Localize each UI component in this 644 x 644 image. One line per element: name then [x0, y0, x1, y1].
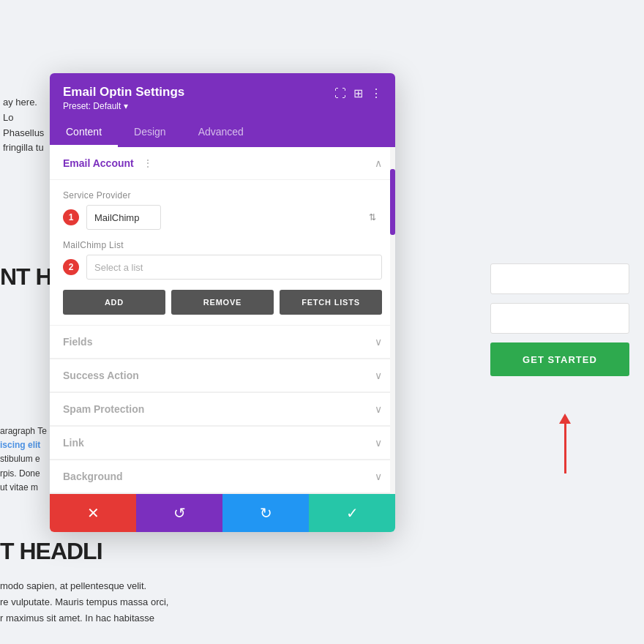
fetch-lists-button[interactable]: FETCH LISTS — [280, 290, 382, 315]
background-section: Background ∨ — [50, 460, 395, 494]
spam-protection-section: Spam Protection ∨ — [50, 393, 395, 427]
email-account-title: Email Account — [63, 157, 134, 169]
columns-icon[interactable]: ⊞ — [353, 86, 363, 100]
close-toolbar-button[interactable]: ✕ — [50, 494, 136, 532]
email-optin-settings-modal: Email Optin Settings Preset: Default ▾ ⛶… — [50, 73, 395, 532]
red-arrow — [559, 413, 571, 473]
modal-header-icons: ⛶ ⊞ ⋮ — [334, 86, 382, 100]
service-provider-select[interactable]: MailChimp AWeber GetResponse — [86, 205, 161, 230]
scrollbar-thumb[interactable] — [390, 169, 395, 235]
modal-tabs: Content Design Advanced — [50, 119, 395, 147]
redo-toolbar-button[interactable]: ↻ — [222, 494, 309, 532]
mailchimp-list-row: 2 — [63, 255, 382, 280]
action-buttons-group: ADD REMOVE FETCH LISTS — [63, 290, 382, 315]
spam-protection-title: Spam Protection — [63, 403, 144, 415]
background-section-header[interactable]: Background ∨ — [50, 460, 395, 493]
service-provider-label: Service Provider — [63, 190, 382, 201]
step-1-badge: 1 — [63, 209, 79, 225]
email-account-menu-icon[interactable]: ⋮ — [143, 157, 153, 169]
service-provider-select-wrapper: MailChimp AWeber GetResponse — [86, 205, 382, 230]
bg-heading-partial-2: T HEADLI — [0, 538, 102, 565]
success-action-section-header[interactable]: Success Action ∨ — [50, 359, 395, 392]
fields-title: Fields — [63, 336, 92, 348]
email-account-chevron-icon: ∧ — [375, 157, 382, 169]
tab-design[interactable]: Design — [118, 119, 182, 147]
spam-protection-chevron-icon: ∨ — [375, 403, 382, 415]
modal-body: Email Account ⋮ ∧ Service Provider 1 Mai… — [50, 147, 395, 494]
bg-input-2 — [490, 303, 629, 334]
save-toolbar-button[interactable]: ✓ — [309, 494, 395, 532]
link-section-header[interactable]: Link ∨ — [50, 427, 395, 460]
modal-header: Email Optin Settings Preset: Default ▾ ⛶… — [50, 73, 395, 119]
scrollbar-track — [390, 147, 395, 494]
bg-form-area: GET STARTED — [483, 256, 644, 383]
link-title: Link — [63, 437, 84, 449]
background-title: Background — [63, 471, 123, 482]
email-account-body: Service Provider 1 MailChimp AWeber GetR… — [50, 180, 395, 326]
modal-title: Email Optin Settings — [63, 85, 184, 100]
expand-icon[interactable]: ⛶ — [334, 87, 346, 100]
undo-toolbar-button[interactable]: ↺ — [136, 494, 222, 532]
service-provider-row: 1 MailChimp AWeber GetResponse — [63, 205, 382, 230]
preset-label: Preset: Default — [63, 101, 121, 111]
email-account-title-group: Email Account ⋮ — [63, 157, 153, 169]
add-button[interactable]: ADD — [63, 290, 165, 315]
mailchimp-list-input[interactable] — [86, 255, 382, 280]
bg-paragraph-bottom: modo sapien, at pellentesque velit. re v… — [0, 578, 220, 626]
bg-input-1 — [490, 263, 629, 294]
email-account-section-header[interactable]: Email Account ⋮ ∧ — [50, 147, 395, 180]
remove-button[interactable]: REMOVE — [171, 290, 274, 315]
background-chevron-icon: ∨ — [375, 471, 382, 482]
bg-paragraph: aragraph Te iscing elit stibulum e rpis.… — [0, 424, 51, 495]
spam-protection-section-header[interactable]: Spam Protection ∨ — [50, 393, 395, 426]
more-options-icon[interactable]: ⋮ — [370, 86, 382, 100]
fields-section-header[interactable]: Fields ∨ — [50, 326, 395, 359]
modal-preset[interactable]: Preset: Default ▾ — [63, 101, 184, 111]
tab-content[interactable]: Content — [50, 119, 118, 147]
fields-chevron-icon: ∨ — [375, 336, 382, 348]
mailchimp-list-label: MailChimp List — [63, 240, 382, 250]
preset-arrow-icon: ▾ — [124, 101, 128, 111]
arrow-line — [564, 422, 566, 473]
success-action-section: Success Action ∨ — [50, 359, 395, 393]
modal-title-block: Email Optin Settings Preset: Default ▾ — [63, 85, 184, 111]
bg-text-left: ay here. Lo Phasellus fringilla tu — [0, 95, 51, 156]
get-started-button[interactable]: GET STARTED — [490, 342, 629, 376]
link-chevron-icon: ∨ — [375, 437, 382, 449]
success-action-title: Success Action — [63, 370, 139, 381]
link-section: Link ∨ — [50, 427, 395, 460]
fields-section: Fields ∨ — [50, 326, 395, 359]
modal-toolbar: ✕ ↺ ↻ ✓ — [50, 494, 395, 532]
tab-advanced[interactable]: Advanced — [182, 119, 260, 147]
step-2-badge: 2 — [63, 259, 79, 275]
success-action-chevron-icon: ∨ — [375, 370, 382, 381]
